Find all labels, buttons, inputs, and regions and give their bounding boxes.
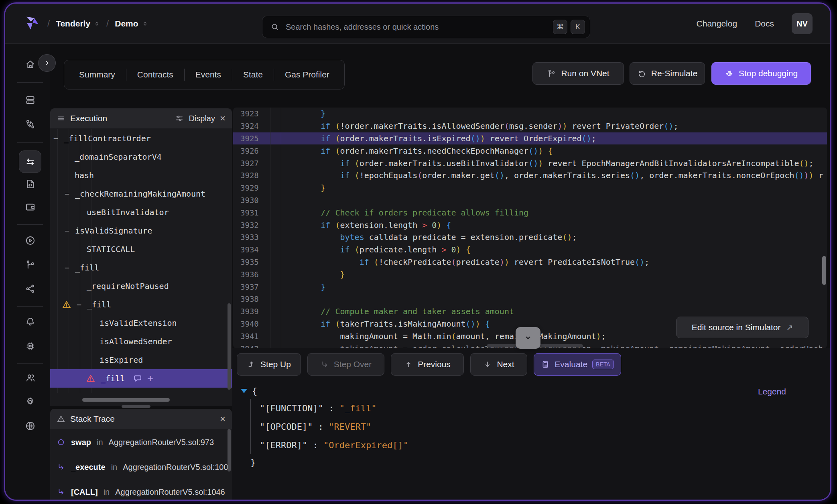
gutter: [270, 194, 281, 207]
code-line-3927: 3927 if (order.makerTraits.useBitInvalid…: [233, 157, 827, 169]
stop-debugging-button[interactable]: Stop debugging: [711, 62, 811, 85]
line-number[interactable]: 3930: [233, 194, 270, 207]
execution-tree-row[interactable]: −_fill: [50, 295, 232, 314]
tab-events[interactable]: Events: [185, 70, 232, 79]
avatar[interactable]: NV: [792, 13, 813, 34]
sidebar-item-globe[interactable]: [20, 416, 40, 435]
tab-state[interactable]: State: [232, 70, 274, 79]
sidebar-item-share-nodes[interactable]: [20, 279, 40, 298]
line-number[interactable]: 3931: [233, 206, 270, 219]
stack-trace-row[interactable]: _executeinAggregationRouterV5.sol:100: [50, 455, 232, 480]
collapse-icon[interactable]: −: [77, 300, 87, 309]
sidebar-item-home[interactable]: [20, 55, 40, 74]
tab-contracts[interactable]: Contracts: [126, 70, 184, 79]
sidebar-item-server-stack[interactable]: [20, 90, 40, 110]
line-number[interactable]: 3933: [233, 231, 270, 244]
execution-tree-row[interactable]: useBitInvalidator: [50, 203, 232, 222]
line-number[interactable]: 3928: [233, 169, 270, 182]
tab-gas-profiler[interactable]: Gas Profiler: [274, 70, 340, 79]
comment-icon[interactable]: [133, 374, 142, 383]
line-number[interactable]: 3925: [233, 132, 270, 145]
line-number[interactable]: 3941: [233, 330, 270, 342]
sidebar-item-play-circle[interactable]: [20, 231, 40, 250]
close-icon[interactable]: ×: [220, 414, 226, 424]
line-number[interactable]: 3938: [233, 293, 270, 305]
line-number[interactable]: 3926: [233, 144, 270, 157]
legend-link[interactable]: Legend: [758, 387, 786, 396]
sidebar-item-users[interactable]: [20, 368, 40, 387]
execution-tree-row[interactable]: −isValidSignature: [50, 222, 232, 240]
expander-icon[interactable]: [241, 389, 247, 393]
next-button[interactable]: Next: [470, 353, 527, 376]
sidebar-item-file-code[interactable]: [20, 174, 40, 193]
sidebar-item-git-fork[interactable]: [20, 255, 40, 274]
search-input[interactable]: [285, 22, 550, 32]
panel-resize-handle[interactable]: [122, 405, 150, 408]
org-selector[interactable]: Tenderly: [56, 19, 100, 28]
line-number[interactable]: 3932: [233, 219, 270, 231]
scroll-to-line-button[interactable]: [516, 327, 540, 349]
editor-vscrollbar[interactable]: [822, 256, 826, 285]
line-number[interactable]: 3939: [233, 305, 270, 318]
sidebar-item-chip[interactable]: [20, 336, 40, 356]
changelog-link[interactable]: Changelog: [697, 19, 737, 28]
previous-button[interactable]: Previous: [391, 353, 464, 376]
execution-tree-row[interactable]: hash: [50, 166, 232, 185]
execution-tree-row[interactable]: _domainSeparatorV4: [50, 148, 232, 166]
stack-trace-row[interactable]: swapinAggregationRouterV5.sol:973: [50, 430, 232, 455]
execution-tree-row[interactable]: STATICCALL: [50, 240, 232, 258]
collapse-icon[interactable]: −: [65, 263, 75, 272]
line-number[interactable]: 3924: [233, 120, 270, 132]
add-comment-icon[interactable]: +: [147, 373, 153, 384]
sidebar-expand-button[interactable]: [38, 54, 56, 72]
stack-trace-scrollbar[interactable]: [228, 429, 231, 471]
execution-tree-row[interactable]: _requireNotPaused: [50, 277, 232, 295]
stack-trace-row[interactable]: [CALL]inAggregationRouterV5.sol:1046: [50, 480, 232, 501]
code-line-3932: 3932 if (extension.length > 0) {: [233, 219, 827, 231]
line-number[interactable]: 3936: [233, 268, 270, 280]
json-value: "OrderExpired[]": [323, 440, 408, 450]
line-number[interactable]: 3942: [233, 342, 270, 348]
sidebar-item-git-compare[interactable]: [20, 114, 40, 134]
share-nodes-icon: [25, 283, 36, 294]
collapse-icon[interactable]: −: [53, 134, 64, 143]
project-selector[interactable]: Demo: [115, 19, 148, 28]
collapse-icon[interactable]: −: [65, 189, 75, 199]
execution-tree-row[interactable]: _fill+: [50, 369, 232, 388]
global-search[interactable]: ⌘ K: [262, 16, 590, 38]
tab-summary[interactable]: Summary: [68, 70, 126, 79]
sidebar-item-gear[interactable]: [20, 392, 40, 411]
execution-tree-row[interactable]: isAllowedSender: [50, 332, 232, 351]
display-button[interactable]: Display: [189, 114, 215, 123]
edit-source-button[interactable]: Edit source in Simulator ↗: [676, 317, 809, 338]
execution-hscrollbar[interactable]: [82, 398, 170, 402]
docs-link[interactable]: Docs: [755, 19, 774, 28]
execution-tree-row[interactable]: −_checkRemainingMakingAmount: [50, 185, 232, 203]
sidebar-item-swap-arrows[interactable]: [19, 150, 41, 173]
line-number[interactable]: 3927: [233, 157, 270, 169]
execution-tree-row[interactable]: isValidExtension: [50, 314, 232, 332]
step-over-button[interactable]: Step Over: [307, 353, 384, 376]
line-number[interactable]: 3937: [233, 280, 270, 293]
step-up-button[interactable]: Step Up: [237, 353, 301, 376]
collapse-icon[interactable]: −: [65, 226, 75, 236]
sidebar-item-wallet[interactable]: [20, 197, 40, 216]
resimulate-button[interactable]: Re-Simulate: [630, 62, 705, 85]
json-row: "[ERROR]" : "OrderExpired[]": [260, 436, 408, 454]
line-number[interactable]: 3929: [233, 182, 270, 194]
tenderly-logo-icon[interactable]: [24, 14, 41, 33]
evaluate-button[interactable]: Evaluate BETA: [534, 353, 621, 376]
line-number[interactable]: 3935: [233, 256, 270, 268]
execution-vscrollbar[interactable]: [228, 303, 231, 390]
execution-tree-row[interactable]: isExpired: [50, 351, 232, 369]
step-up-label: Step Up: [260, 360, 291, 369]
line-number[interactable]: 3923: [233, 108, 270, 120]
line-number[interactable]: 3934: [233, 244, 270, 256]
line-number[interactable]: 3940: [233, 318, 270, 330]
close-icon[interactable]: ×: [220, 114, 226, 123]
execution-tree-row[interactable]: −_fillContractOrder: [50, 129, 232, 148]
stack-trace-panel: Stack Trace × swapinAggregationRouterV5.…: [50, 409, 232, 501]
run-on-vnet-button[interactable]: Run on VNet: [532, 62, 624, 85]
sidebar-item-bell[interactable]: [20, 312, 40, 331]
execution-tree-row[interactable]: −_fill: [50, 258, 232, 277]
